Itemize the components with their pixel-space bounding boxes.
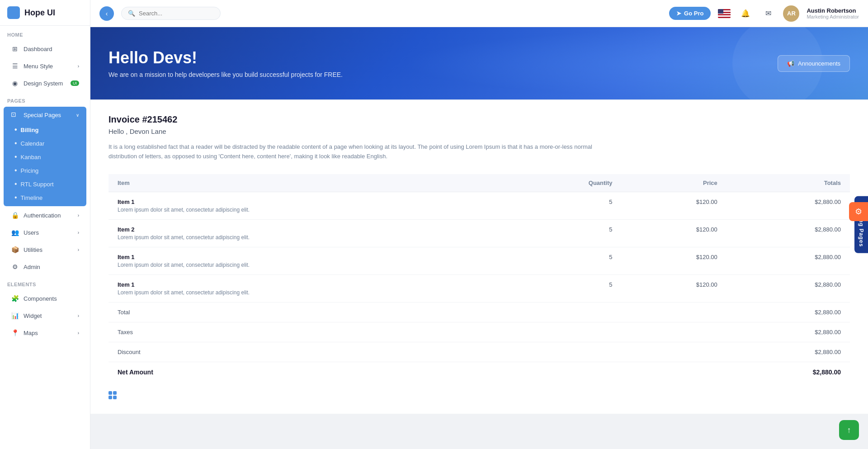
summary-row-net: Net Amount $2,880.00 xyxy=(108,362,850,382)
invoice-table: Item Quantity Price Totals Item 1 Lorem … xyxy=(108,174,850,382)
settings-icon: ⚙ xyxy=(855,207,862,217)
summary-price xyxy=(622,342,726,362)
sidebar-item-admin[interactable]: ⚙ Admin xyxy=(4,259,86,275)
design-system-icon: ◉ xyxy=(11,79,19,87)
rtl-support-label: RTL Support xyxy=(21,181,54,188)
sidebar-subitem-rtl-support[interactable]: RTL Support xyxy=(7,177,86,191)
sidebar-item-users[interactable]: 👥 Users › xyxy=(4,224,86,241)
components-icon: 🧩 xyxy=(11,294,19,302)
special-pages-children: Billing Calendar Kanban Pricing RTL Supp… xyxy=(4,123,86,206)
sidebar-item-utilities-label: Utilities xyxy=(24,246,42,253)
sidebar-item-components-label: Components xyxy=(24,295,57,302)
maps-arrow: › xyxy=(78,331,79,336)
sidebar-item-utilities[interactable]: 📦 Utilities › xyxy=(4,241,86,258)
announcements-label: Announcements xyxy=(798,60,840,67)
sidebar-subitem-billing[interactable]: Billing xyxy=(7,123,86,137)
summary-price xyxy=(622,362,726,382)
table-row: Item 1 Lorem ipsum dolor sit amet, conse… xyxy=(108,247,850,274)
invoice-table-body: Item 1 Lorem ipsum dolor sit amet, conse… xyxy=(108,192,850,382)
auth-icon: 🔒 xyxy=(11,211,19,219)
item-quantity: 5 xyxy=(509,274,622,302)
item-name: Item 1 xyxy=(118,254,500,260)
scroll-top-button[interactable]: ↑ xyxy=(839,420,859,440)
table-row: Item 1 Lorem ipsum dolor sit amet, conse… xyxy=(108,192,850,219)
back-button[interactable]: ‹ xyxy=(99,6,114,21)
sidebar-item-maps[interactable]: 📍 Maps › xyxy=(4,325,86,341)
avatar[interactable]: AR xyxy=(783,5,799,22)
hero-text: Hello Devs! We are on a mission to help … xyxy=(108,48,343,78)
summary-label: Total xyxy=(108,302,509,322)
header: ‹ 🔍 ➤ Go Pro 🔔 ✉ AR Austin Robertson Mar… xyxy=(90,0,868,27)
content-area: Hello Devs! We are on a mission to help … xyxy=(90,27,868,449)
special-pages-label: Special Pages xyxy=(24,112,61,118)
item-name: Item 2 xyxy=(118,226,500,233)
item-total: $2,880.00 xyxy=(726,274,850,302)
sidebar-item-special-pages[interactable]: ⊡ Special Pages ∨ Billing Calendar Kanba… xyxy=(4,107,86,206)
summary-row-total: Total $2,880.00 xyxy=(108,302,850,322)
summary-value: $2,880.00 xyxy=(726,302,850,322)
settings-fab[interactable]: ⚙ xyxy=(849,202,868,221)
invoice-table-head: Item Quantity Price Totals xyxy=(108,174,850,192)
design-system-badge: UI xyxy=(71,80,79,86)
avatar-initials: AR xyxy=(787,10,796,17)
sidebar-subitem-calendar[interactable]: Calendar xyxy=(7,137,86,150)
special-pages-header[interactable]: ⊡ Special Pages ∨ xyxy=(4,107,86,123)
sidebar-item-dashboard[interactable]: ⊞ Dashboard xyxy=(4,41,86,57)
pricing-label: Pricing xyxy=(21,167,39,174)
col-quantity: Quantity xyxy=(509,174,622,192)
section-elements: Elements xyxy=(0,275,90,290)
timeline-label: Timeline xyxy=(21,194,43,201)
hero-title: Hello Devs! xyxy=(108,48,343,67)
item-price: $120.00 xyxy=(622,192,726,219)
dashboard-icon: ⊞ xyxy=(11,45,19,53)
menu-style-arrow: › xyxy=(78,64,79,69)
search-input[interactable] xyxy=(139,10,211,17)
sidebar-item-auth-label: Authentication xyxy=(24,212,61,219)
sidebar-item-users-label: Users xyxy=(24,229,39,236)
admin-icon: ⚙ xyxy=(11,263,19,271)
main-area: ‹ 🔍 ➤ Go Pro 🔔 ✉ AR Austin Robertson Mar… xyxy=(90,0,868,449)
messages-button[interactable]: ✉ xyxy=(760,6,776,21)
col-totals: Totals xyxy=(726,174,850,192)
invoice-footer xyxy=(108,391,850,399)
sidebar-subitem-kanban[interactable]: Kanban xyxy=(7,150,86,164)
notifications-button[interactable]: 🔔 xyxy=(738,6,753,21)
announcements-icon: 📢 xyxy=(787,60,794,67)
sidebar-item-authentication[interactable]: 🔒 Authentication › xyxy=(4,207,86,223)
item-price: $120.00 xyxy=(622,274,726,302)
calendar-label: Calendar xyxy=(21,140,45,147)
summary-qty xyxy=(509,342,622,362)
kanban-label: Kanban xyxy=(21,154,41,161)
section-home: Home xyxy=(0,26,90,40)
summary-price xyxy=(622,302,726,322)
search-icon: 🔍 xyxy=(128,10,135,17)
item-price: $120.00 xyxy=(622,219,726,247)
summary-label: Discount xyxy=(108,342,509,362)
sidebar-item-menu-style-label: Menu Style xyxy=(24,63,53,70)
auth-arrow: › xyxy=(78,213,79,218)
sidebar-item-menu-style[interactable]: ☰ Menu Style › xyxy=(4,58,86,74)
go-pro-button[interactable]: ➤ Go Pro xyxy=(669,7,711,20)
sidebar-item-widget[interactable]: 📊 Widget › xyxy=(4,307,86,324)
summary-value: $2,880.00 xyxy=(726,322,850,342)
hero-subtitle: We are on a mission to help developers l… xyxy=(108,71,343,78)
sidebar-item-components[interactable]: 🧩 Components xyxy=(4,290,86,307)
summary-qty xyxy=(509,302,622,322)
summary-price xyxy=(622,322,726,342)
sidebar-item-design-system[interactable]: ◉ Design System UI xyxy=(4,75,86,91)
summary-value: $2,880.00 xyxy=(726,342,850,362)
flag-us[interactable] xyxy=(718,9,731,18)
search-bar: 🔍 xyxy=(121,7,221,20)
item-desc: Lorem ipsum dolor sit amet, consectetur … xyxy=(118,289,500,296)
sidebar-item-maps-label: Maps xyxy=(24,330,38,336)
maps-icon: 📍 xyxy=(11,329,19,337)
net-value: $2,880.00 xyxy=(726,362,850,382)
sidebar-subitem-timeline[interactable]: Timeline xyxy=(7,191,86,204)
user-info: Austin Robertson Marketing Administrator xyxy=(807,7,859,19)
logo-text: Hope UI xyxy=(24,8,55,18)
sidebar-subitem-pricing[interactable]: Pricing xyxy=(7,164,86,177)
announcements-button[interactable]: 📢 Announcements xyxy=(778,55,850,72)
special-pages-icon: ⊡ xyxy=(11,111,19,119)
invoice-description: It is a long established fact that a rea… xyxy=(108,142,606,161)
invoice-greeting: Hello , Devon Lane xyxy=(108,128,850,135)
